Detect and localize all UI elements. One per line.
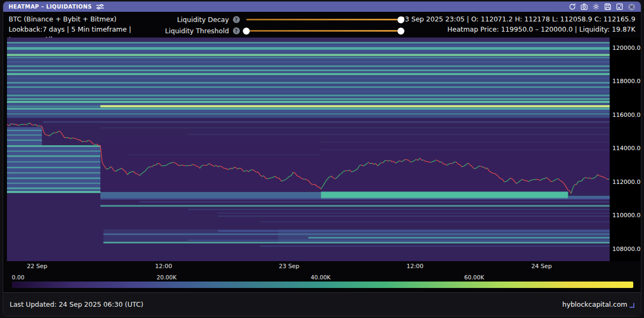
window-titlebar: HEATMAP – LIQUIDATIONS: [3, 2, 641, 12]
last-updated-text: Last Updated: 24 Sep 2025 06:30 (UTC): [10, 300, 143, 308]
chart-area: 120000.0118000.0116000.0114000.0112000.0…: [3, 38, 641, 261]
save-icon[interactable]: [604, 3, 611, 10]
slider-thumb[interactable]: [397, 27, 404, 34]
colorbar-tick-label: 0.00: [12, 274, 24, 280]
liquidity-decay-label: Liquidity Decay: [164, 16, 229, 24]
time-tick-label: 23 Sep: [279, 263, 299, 270]
time-tick-label: 12:00: [406, 263, 423, 270]
colorbar-tick-label: 40.00K: [311, 274, 331, 280]
symbol-line: BTC (Binance + Bybit + Bitmex): [9, 14, 164, 24]
sliders-panel: Liquidity Decay ? Liquidity Threshold ?: [164, 14, 401, 36]
price-tick-label: 110000.0: [612, 212, 641, 219]
liquidity-threshold-slider[interactable]: [246, 30, 401, 32]
controls-row: BTC (Binance + Bybit + Bitmex) Lookback:…: [3, 12, 641, 38]
export-image-icon[interactable]: [616, 3, 623, 10]
slider-thumb[interactable]: [243, 27, 250, 34]
liquidity-threshold-row: Liquidity Threshold ?: [164, 25, 401, 36]
ohlc-info: 23 Sep 2025 23:05 | O: 112071.2 H: 11217…: [401, 14, 635, 36]
help-icon[interactable]: ?: [233, 16, 240, 23]
price-tick-label: 116000.0: [612, 112, 641, 119]
price-axis[interactable]: 120000.0118000.0116000.0114000.0112000.0…: [610, 38, 641, 261]
colorbar-labels: 0.0020.00K40.00K60.00K: [12, 273, 633, 282]
heatmap-canvas[interactable]: [7, 38, 610, 261]
gear-icon[interactable]: [592, 3, 599, 10]
ohlc-line: 23 Sep 2025 23:05 | O: 112071.2 H: 11217…: [401, 14, 635, 24]
heatmap-plot[interactable]: [7, 38, 610, 261]
time-tick-label: 22 Sep: [27, 263, 47, 270]
status-bar: Last Updated: 24 Sep 2025 06:30 (UTC) hy…: [3, 292, 641, 316]
symbol-info: BTC (Binance + Bybit + Bitmex) Lookback:…: [9, 14, 164, 36]
colorbar-tick-label: 20.00K: [157, 274, 177, 280]
time-tick-label: 24 Sep: [531, 263, 552, 270]
colorbar-gradient: [12, 282, 633, 288]
time-tick-label: 12:00: [155, 263, 172, 270]
camera-icon[interactable]: [581, 3, 588, 10]
close-icon[interactable]: [628, 3, 635, 11]
app-window: HEATMAP – LIQUIDATIONS: [3, 1, 641, 316]
page-title: HEATMAP – LIQUIDATIONS: [9, 4, 92, 10]
time-axis[interactable]: 22 Sep12:0023 Sep12:0024 Sep: [7, 261, 610, 271]
resize-corner-icon: [630, 303, 634, 308]
colorbar-tick-label: 60.00K: [464, 274, 484, 280]
help-icon[interactable]: ?: [233, 27, 240, 34]
site-link[interactable]: hyblockcapital.com: [562, 300, 627, 308]
price-tick-label: 114000.0: [612, 145, 641, 152]
liquidity-decay-slider[interactable]: [246, 19, 401, 20]
liquidity-threshold-label: Liquidity Threshold: [164, 27, 229, 35]
price-tick-label: 112000.0: [612, 179, 641, 186]
liquidity-decay-row: Liquidity Decay ?: [164, 14, 401, 25]
refresh-icon[interactable]: [569, 3, 576, 10]
price-tick-label: 118000.0: [612, 78, 641, 85]
price-tick-label: 120000.0: [612, 45, 641, 51]
slider-thumb[interactable]: [397, 16, 404, 23]
sliders-icon[interactable]: [96, 4, 104, 10]
price-tick-label: 108000.0: [612, 246, 641, 253]
heatmap-price-line: Heatmap Price: 119950.0 – 120000.0 | Liq…: [401, 24, 635, 34]
